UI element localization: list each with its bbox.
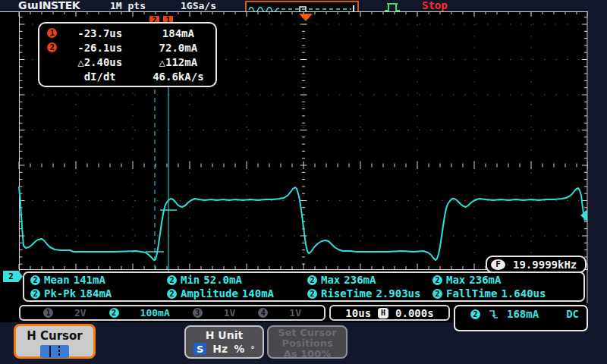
ch2-badge: 2: [432, 275, 442, 285]
memory-depth: 1M pts: [110, 0, 146, 11]
unit-option-s-selected: S: [193, 343, 206, 355]
measurement-min: 2Min52.0mA: [167, 274, 307, 286]
ch2-badge: 2: [167, 289, 177, 299]
measurement-falltime: 2FallTime1.640us: [432, 287, 583, 300]
ch2-badge: 2: [109, 308, 119, 318]
set-cursor-line3: As 100%: [269, 349, 346, 359]
ch2-badge: 2: [30, 275, 40, 285]
ch4-scale: 1V: [289, 307, 301, 318]
cursor2-readout: 2 -26.1us 72.0mA: [39, 40, 215, 55]
falling-edge-icon: [489, 309, 498, 319]
h-unit-options: S Hz % °: [186, 343, 263, 355]
trigger-source-badge: 2: [470, 309, 480, 319]
gwinstek-logo: GɯINSTEK: [18, 0, 80, 11]
timebase-value: 10us: [345, 307, 371, 319]
measurement-pkpk: 2Pk-Pk184mA: [30, 287, 167, 300]
h-cursor-icon: [40, 345, 69, 358]
measurement-max1: 2Max236mA: [307, 274, 432, 286]
frequency-value: 19.9999kHz: [513, 259, 577, 271]
logo-text-rest: INSTEK: [39, 0, 80, 11]
frequency-counter: F 19.9999kHz: [486, 256, 587, 273]
set-cursor-line2: Positions: [269, 338, 346, 349]
trigger-level-value: 168mA: [507, 308, 539, 320]
trigger-coupling: DC: [566, 308, 579, 320]
unit-option-degree: °: [250, 344, 255, 354]
trigger-position-marker[interactable]: [299, 14, 313, 21]
h-cursor-button[interactable]: H Cursor: [14, 324, 96, 359]
h-cursor-label: H Cursor: [16, 329, 93, 343]
logo-text: G: [18, 0, 27, 11]
frequency-icon: F: [491, 259, 505, 270]
measurement-amplitude: 2Amplitude140mA: [167, 287, 307, 300]
channel-1-status[interactable]: 12V: [43, 307, 86, 318]
cursor1-value: 184mA: [141, 27, 215, 39]
didt-readout: dI/dt 46.6kA/s: [39, 69, 215, 83]
unit-option-hz: Hz: [212, 343, 228, 355]
cursor2-value: 72.0mA: [141, 42, 215, 54]
cursor1-readout: 1 -23.7us 184mA: [39, 26, 215, 40]
cursor2-badge: 2: [47, 42, 57, 52]
didt-value: 46.6kA/s: [141, 71, 215, 83]
measurement-panel: 2Mean141mA 2Min52.0mA 2Max236mA 2Max236m…: [23, 271, 585, 302]
horizontal-status[interactable]: 10us H 0.000s: [329, 305, 450, 321]
ch2-badge: 2: [307, 275, 317, 285]
cursor1-badge: 1: [47, 28, 57, 38]
cursor-readout-panel: 1 -23.7us 184mA 2 -26.1us 72.0mA △2.40us…: [38, 22, 217, 87]
ch2-scale: 100mA: [140, 307, 170, 318]
ch2-badge: 2: [30, 289, 40, 299]
delta-time: △2.40us: [59, 56, 141, 68]
measurement-risetime: 2RiseTime2.903us: [307, 287, 432, 300]
cursor-delta-readout: △2.40us △112mA: [39, 55, 215, 69]
ch2-badge: 2: [307, 289, 317, 299]
ch4-badge: 4: [258, 308, 268, 318]
channel-2-status[interactable]: 2100mA: [109, 307, 170, 318]
cursor2-time: -26.1us: [59, 42, 141, 54]
trigger-status[interactable]: 2 168mA DC: [454, 305, 588, 331]
unit-option-percent: %: [234, 343, 244, 355]
h-unit-button[interactable]: H Unit S Hz % °: [184, 325, 264, 359]
didt-label: dI/dt: [59, 71, 141, 83]
delta-value: △112mA: [141, 56, 215, 68]
ch2-badge: 2: [167, 275, 177, 285]
waveform-display[interactable]: 21 1 -23.7us 184mA 2 -26.1us 72.0mA △2.4…: [0, 11, 588, 322]
ch2-badge: 2: [432, 289, 442, 299]
top-status-bar: GɯINSTEK 1M pts 1GSa/s Stop: [0, 0, 607, 11]
channel-4-status[interactable]: 41V: [258, 307, 301, 318]
channel-status-bar: 12V 2100mA 31V 41V: [19, 305, 326, 321]
horizontal-position-icon: H: [378, 308, 388, 318]
measurement-max2: 2Max236mA: [432, 274, 583, 286]
sample-rate: 1GSa/s: [181, 0, 216, 11]
channel-3-status[interactable]: 31V: [193, 307, 236, 318]
oscilloscope-screen: { "topbar": {"logo_g":"G","logo_w":"ɯ","…: [0, 0, 607, 364]
ch3-scale: 1V: [224, 307, 236, 318]
set-cursor-positions-button[interactable]: Set Cursor Positions As 100%: [267, 325, 348, 359]
ch3-badge: 3: [193, 308, 203, 318]
set-cursor-line1: Set Cursor: [269, 328, 346, 338]
ch2-trace: [19, 187, 585, 260]
cursor1-time: -23.7us: [59, 27, 141, 39]
acquisition-status: Stop: [422, 0, 448, 11]
ch1-scale: 2V: [74, 307, 86, 318]
measurement-mean: 2Mean141mA: [30, 274, 167, 286]
ch1-badge: 1: [43, 308, 53, 318]
horizontal-position-value: 0.000s: [395, 307, 434, 319]
h-unit-label: H Unit: [186, 329, 263, 341]
